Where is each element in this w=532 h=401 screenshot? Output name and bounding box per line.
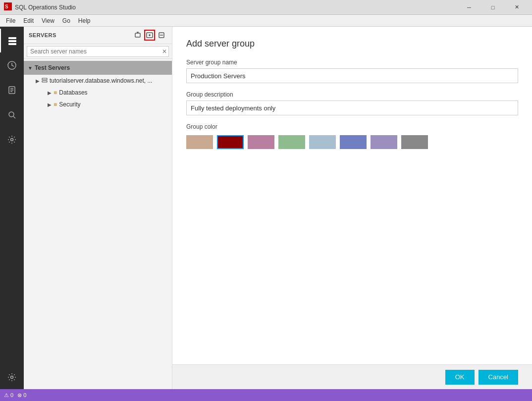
color-swatch-blue-purple[interactable] bbox=[340, 135, 367, 149]
security-label: Security bbox=[59, 101, 80, 108]
group-description-input[interactable] bbox=[186, 100, 518, 115]
color-swatches bbox=[186, 135, 518, 149]
menu-view[interactable]: View bbox=[38, 16, 58, 25]
titlebar: S SQL Operations Studio ─ □ ✕ bbox=[0, 0, 532, 15]
color-swatch-mauve[interactable] bbox=[248, 135, 274, 149]
svg-rect-2 bbox=[8, 37, 16, 39]
main-layout: SERVERS bbox=[0, 27, 532, 389]
history-activity-btn[interactable] bbox=[0, 53, 24, 77]
search-activity-btn[interactable] bbox=[0, 103, 24, 127]
new-connection-button[interactable] bbox=[132, 30, 143, 41]
databases-folder-icon: ■ bbox=[53, 89, 57, 96]
error-count: 0 bbox=[23, 392, 26, 398]
statusbar-warning: ⚠ 0 bbox=[4, 392, 13, 399]
menu-file[interactable]: File bbox=[2, 16, 19, 25]
svg-point-12 bbox=[11, 139, 13, 141]
group-color-label: Group color bbox=[186, 123, 518, 130]
security-chevron-icon: ▶ bbox=[48, 102, 52, 107]
svg-text:S: S bbox=[5, 4, 8, 9]
search-bar: ✕ bbox=[24, 44, 172, 59]
dialog-footer: OK Cancel bbox=[172, 364, 532, 389]
svg-rect-23 bbox=[42, 81, 47, 82]
color-swatch-lavender[interactable] bbox=[371, 135, 397, 149]
tree-group-label: Test Servers bbox=[35, 64, 70, 71]
sidebar-title: SERVERS bbox=[29, 32, 56, 38]
error-icon: ⊗ bbox=[17, 392, 22, 399]
server-chevron-icon: ▶ bbox=[36, 78, 40, 84]
svg-rect-4 bbox=[8, 43, 16, 45]
menu-go[interactable]: Go bbox=[58, 16, 74, 25]
svg-rect-22 bbox=[42, 78, 47, 80]
add-server-group-dialog: Add server group Server group name Group… bbox=[172, 27, 532, 364]
cancel-button[interactable]: Cancel bbox=[479, 370, 518, 385]
right-panel: Add server group Server group name Group… bbox=[172, 27, 532, 389]
menubar: File Edit View Go Help bbox=[0, 15, 532, 27]
color-swatch-tan[interactable] bbox=[186, 135, 213, 149]
group-description-label: Group description bbox=[186, 91, 518, 98]
gear-activity-btn[interactable] bbox=[0, 365, 24, 389]
tree-group-test-servers[interactable]: ▼ Test Servers bbox=[24, 61, 172, 75]
tools-activity-btn[interactable] bbox=[0, 128, 24, 151]
server-group-name-label: Server group name bbox=[186, 59, 518, 66]
close-button[interactable]: ✕ bbox=[505, 0, 528, 15]
server-group-name-group: Server group name bbox=[186, 59, 518, 83]
minimize-button[interactable]: ─ bbox=[458, 0, 480, 15]
tree-databases-item[interactable]: ▶ ■ Databases bbox=[24, 87, 172, 99]
explorer-activity-btn[interactable] bbox=[0, 78, 24, 102]
app-icon: S bbox=[4, 2, 12, 12]
svg-line-11 bbox=[13, 116, 15, 118]
server-group-name-input[interactable] bbox=[186, 68, 518, 83]
sidebar-actions bbox=[132, 30, 167, 41]
statusbar: ⚠ 0 ⊗ 0 bbox=[0, 389, 532, 401]
warning-icon: ⚠ bbox=[4, 392, 9, 399]
warning-count: 0 bbox=[10, 392, 13, 398]
sidebar: SERVERS bbox=[24, 27, 172, 389]
window-controls: ─ □ ✕ bbox=[458, 0, 528, 15]
databases-chevron-icon: ▶ bbox=[48, 90, 52, 96]
menu-help[interactable]: Help bbox=[74, 16, 95, 25]
svg-point-10 bbox=[9, 112, 14, 117]
servers-activity-btn[interactable] bbox=[0, 29, 24, 52]
databases-label: Databases bbox=[59, 89, 87, 96]
menu-edit[interactable]: Edit bbox=[19, 16, 38, 25]
search-clear-icon[interactable]: ✕ bbox=[162, 48, 167, 55]
server-name-label: tutorialserver.database.windows.net, ... bbox=[50, 77, 152, 84]
security-folder-icon: ■ bbox=[53, 101, 57, 108]
statusbar-error: ⊗ 0 bbox=[17, 392, 26, 399]
color-swatch-light-blue[interactable] bbox=[309, 135, 336, 149]
color-swatch-gray[interactable] bbox=[401, 135, 428, 149]
color-swatch-dark-red[interactable] bbox=[217, 135, 244, 149]
activity-bar bbox=[0, 27, 24, 389]
sidebar-header: SERVERS bbox=[24, 27, 172, 44]
group-description-group: Group description bbox=[186, 91, 518, 115]
group-color-group: Group color bbox=[186, 123, 518, 149]
svg-point-13 bbox=[11, 376, 13, 379]
group-chevron-icon: ▼ bbox=[28, 65, 33, 71]
collapse-all-button[interactable] bbox=[156, 30, 167, 41]
tree-server-item[interactable]: ▶ tutorialserver.database.windows.net, .… bbox=[24, 75, 172, 87]
svg-rect-14 bbox=[135, 33, 140, 37]
color-swatch-sage-green[interactable] bbox=[278, 135, 305, 149]
svg-rect-3 bbox=[8, 40, 16, 42]
tree-security-item[interactable]: ▶ ■ Security bbox=[24, 99, 172, 110]
add-server-group-button[interactable] bbox=[144, 30, 155, 41]
server-icon bbox=[42, 77, 48, 85]
ok-button[interactable]: OK bbox=[445, 370, 475, 385]
restore-button[interactable]: □ bbox=[481, 0, 504, 15]
search-input[interactable] bbox=[27, 46, 169, 57]
server-tree: ▼ Test Servers ▶ tutorialserver.database… bbox=[24, 59, 172, 389]
app-title: SQL Operations Studio bbox=[15, 4, 455, 11]
dialog-title: Add server group bbox=[186, 39, 518, 49]
